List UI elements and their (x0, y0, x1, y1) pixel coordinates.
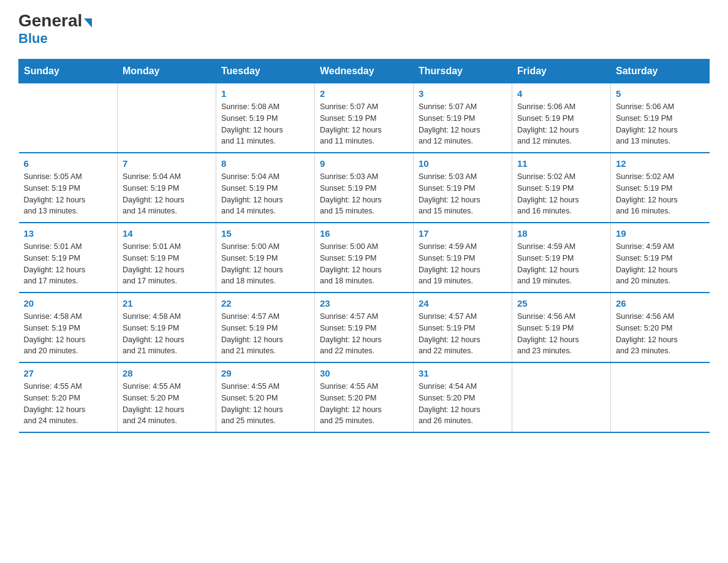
day-cell (512, 362, 611, 432)
day-info: Sunrise: 5:07 AM Sunset: 5:19 PM Dayligh… (419, 101, 507, 147)
day-cell: 24Sunrise: 4:57 AM Sunset: 5:19 PM Dayli… (414, 293, 512, 362)
day-number: 6 (24, 158, 113, 169)
day-cell: 31Sunrise: 4:54 AM Sunset: 5:20 PM Dayli… (414, 362, 512, 432)
day-number: 7 (123, 158, 211, 169)
header-wednesday: Wednesday (315, 59, 414, 83)
day-info: Sunrise: 5:04 AM Sunset: 5:19 PM Dayligh… (221, 171, 309, 217)
day-info: Sunrise: 4:57 AM Sunset: 5:19 PM Dayligh… (320, 311, 408, 357)
day-info: Sunrise: 4:56 AM Sunset: 5:20 PM Dayligh… (616, 311, 705, 357)
day-cell: 5Sunrise: 5:06 AM Sunset: 5:19 PM Daylig… (611, 83, 710, 153)
day-cell: 28Sunrise: 4:55 AM Sunset: 5:20 PM Dayli… (118, 362, 216, 432)
day-cell: 16Sunrise: 5:00 AM Sunset: 5:19 PM Dayli… (315, 223, 414, 293)
day-cell: 22Sunrise: 4:57 AM Sunset: 5:19 PM Dayli… (216, 293, 315, 362)
day-number: 3 (419, 88, 507, 99)
day-cell: 1Sunrise: 5:08 AM Sunset: 5:19 PM Daylig… (216, 83, 315, 153)
day-number: 8 (221, 158, 309, 169)
day-cell: 12Sunrise: 5:02 AM Sunset: 5:19 PM Dayli… (611, 153, 710, 223)
day-number: 22 (221, 298, 309, 308)
week-row-2: 6Sunrise: 5:05 AM Sunset: 5:19 PM Daylig… (19, 153, 710, 223)
day-cell: 18Sunrise: 4:59 AM Sunset: 5:19 PM Dayli… (512, 223, 611, 293)
day-info: Sunrise: 4:56 AM Sunset: 5:19 PM Dayligh… (517, 311, 605, 357)
day-number: 29 (221, 368, 309, 378)
day-cell (19, 83, 118, 153)
day-cell: 6Sunrise: 5:05 AM Sunset: 5:19 PM Daylig… (19, 153, 118, 223)
day-number: 12 (616, 158, 705, 169)
day-info: Sunrise: 4:54 AM Sunset: 5:20 PM Dayligh… (419, 381, 507, 427)
day-info: Sunrise: 5:07 AM Sunset: 5:19 PM Dayligh… (320, 101, 408, 147)
day-info: Sunrise: 5:05 AM Sunset: 5:19 PM Dayligh… (24, 171, 113, 217)
day-cell: 21Sunrise: 4:58 AM Sunset: 5:19 PM Dayli… (118, 293, 216, 362)
day-info: Sunrise: 4:55 AM Sunset: 5:20 PM Dayligh… (221, 381, 309, 427)
day-cell: 13Sunrise: 5:01 AM Sunset: 5:19 PM Dayli… (19, 223, 118, 293)
day-cell: 11Sunrise: 5:02 AM Sunset: 5:19 PM Dayli… (512, 153, 611, 223)
day-number: 26 (616, 298, 705, 308)
day-info: Sunrise: 5:04 AM Sunset: 5:19 PM Dayligh… (123, 171, 211, 217)
day-number: 25 (517, 298, 605, 308)
day-number: 21 (123, 298, 211, 308)
day-cell: 23Sunrise: 4:57 AM Sunset: 5:19 PM Dayli… (315, 293, 414, 362)
day-cell: 29Sunrise: 4:55 AM Sunset: 5:20 PM Dayli… (216, 362, 315, 432)
day-number: 31 (419, 368, 507, 378)
day-number: 13 (24, 228, 113, 239)
day-cell: 30Sunrise: 4:55 AM Sunset: 5:20 PM Dayli… (315, 362, 414, 432)
day-number: 16 (320, 228, 408, 239)
day-number: 17 (419, 228, 507, 239)
day-info: Sunrise: 5:03 AM Sunset: 5:19 PM Dayligh… (419, 171, 507, 217)
day-cell: 14Sunrise: 5:01 AM Sunset: 5:19 PM Dayli… (118, 223, 216, 293)
header-friday: Friday (512, 59, 611, 83)
day-info: Sunrise: 5:03 AM Sunset: 5:19 PM Dayligh… (320, 171, 408, 217)
day-number: 15 (221, 228, 309, 239)
day-info: Sunrise: 5:00 AM Sunset: 5:19 PM Dayligh… (221, 241, 309, 287)
week-row-4: 20Sunrise: 4:58 AM Sunset: 5:19 PM Dayli… (19, 293, 710, 362)
header-monday: Monday (118, 59, 216, 83)
day-cell: 17Sunrise: 4:59 AM Sunset: 5:19 PM Dayli… (414, 223, 512, 293)
header-row: SundayMondayTuesdayWednesdayThursdayFrid… (19, 59, 710, 83)
logo: General Blue (18, 12, 92, 47)
day-cell: 8Sunrise: 5:04 AM Sunset: 5:19 PM Daylig… (216, 153, 315, 223)
week-row-1: 1Sunrise: 5:08 AM Sunset: 5:19 PM Daylig… (19, 83, 710, 153)
week-row-3: 13Sunrise: 5:01 AM Sunset: 5:19 PM Dayli… (19, 223, 710, 293)
day-number: 9 (320, 158, 408, 169)
day-cell: 10Sunrise: 5:03 AM Sunset: 5:19 PM Dayli… (414, 153, 512, 223)
day-number: 28 (123, 368, 211, 378)
day-cell: 26Sunrise: 4:56 AM Sunset: 5:20 PM Dayli… (611, 293, 710, 362)
day-number: 20 (24, 298, 113, 308)
day-info: Sunrise: 4:57 AM Sunset: 5:19 PM Dayligh… (419, 311, 507, 357)
day-number: 10 (419, 158, 507, 169)
day-info: Sunrise: 4:55 AM Sunset: 5:20 PM Dayligh… (320, 381, 408, 427)
page-header: General Blue (18, 12, 710, 47)
day-info: Sunrise: 5:00 AM Sunset: 5:19 PM Dayligh… (320, 241, 408, 287)
day-cell: 25Sunrise: 4:56 AM Sunset: 5:19 PM Dayli… (512, 293, 611, 362)
day-cell: 15Sunrise: 5:00 AM Sunset: 5:19 PM Dayli… (216, 223, 315, 293)
day-info: Sunrise: 5:01 AM Sunset: 5:19 PM Dayligh… (123, 241, 211, 287)
day-number: 23 (320, 298, 408, 308)
day-info: Sunrise: 4:59 AM Sunset: 5:19 PM Dayligh… (517, 241, 605, 287)
day-info: Sunrise: 4:55 AM Sunset: 5:20 PM Dayligh… (24, 381, 113, 427)
day-info: Sunrise: 5:02 AM Sunset: 5:19 PM Dayligh… (616, 171, 705, 217)
day-cell: 4Sunrise: 5:06 AM Sunset: 5:19 PM Daylig… (512, 83, 611, 153)
day-number: 11 (517, 158, 605, 169)
week-row-5: 27Sunrise: 4:55 AM Sunset: 5:20 PM Dayli… (19, 362, 710, 432)
day-info: Sunrise: 4:58 AM Sunset: 5:19 PM Dayligh… (24, 311, 113, 357)
day-number: 19 (616, 228, 705, 239)
day-number: 24 (419, 298, 507, 308)
day-info: Sunrise: 5:01 AM Sunset: 5:19 PM Dayligh… (24, 241, 113, 287)
day-cell: 7Sunrise: 5:04 AM Sunset: 5:19 PM Daylig… (118, 153, 216, 223)
day-cell: 27Sunrise: 4:55 AM Sunset: 5:20 PM Dayli… (19, 362, 118, 432)
day-info: Sunrise: 4:59 AM Sunset: 5:19 PM Dayligh… (419, 241, 507, 287)
day-cell: 19Sunrise: 4:59 AM Sunset: 5:19 PM Dayli… (611, 223, 710, 293)
day-info: Sunrise: 4:57 AM Sunset: 5:19 PM Dayligh… (221, 311, 309, 357)
day-cell: 3Sunrise: 5:07 AM Sunset: 5:19 PM Daylig… (414, 83, 512, 153)
calendar-table: SundayMondayTuesdayWednesdayThursdayFrid… (18, 59, 710, 433)
day-info: Sunrise: 5:06 AM Sunset: 5:19 PM Dayligh… (517, 101, 605, 147)
day-info: Sunrise: 5:02 AM Sunset: 5:19 PM Dayligh… (517, 171, 605, 217)
day-number: 27 (24, 368, 113, 378)
day-number: 30 (320, 368, 408, 378)
day-cell (118, 83, 216, 153)
day-cell: 9Sunrise: 5:03 AM Sunset: 5:19 PM Daylig… (315, 153, 414, 223)
header-saturday: Saturday (611, 59, 710, 83)
day-info: Sunrise: 4:55 AM Sunset: 5:20 PM Dayligh… (123, 381, 211, 427)
day-info: Sunrise: 5:06 AM Sunset: 5:19 PM Dayligh… (616, 101, 705, 147)
day-info: Sunrise: 4:58 AM Sunset: 5:19 PM Dayligh… (123, 311, 211, 357)
header-sunday: Sunday (19, 59, 118, 83)
